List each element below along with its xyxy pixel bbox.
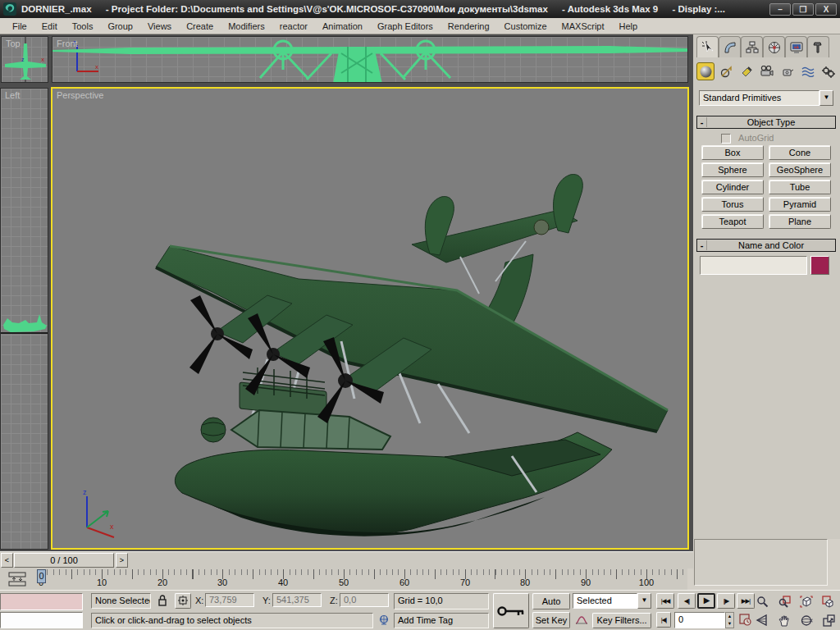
set-keys-button[interactable]	[493, 593, 529, 628]
menu-customize[interactable]: Customize	[497, 20, 555, 33]
timeline-current-frame-marker[interactable]: 0	[37, 569, 46, 583]
autogrid-checkbox[interactable]	[721, 134, 731, 144]
zoom-button[interactable]	[751, 592, 773, 610]
name-color-rollout-header[interactable]: - Name and Color	[696, 239, 836, 252]
x-coord-field[interactable]: 73,759	[205, 593, 254, 607]
box-button[interactable]: Box	[701, 145, 764, 160]
category-shapes[interactable]	[717, 62, 735, 80]
key-filter-selection-dropdown[interactable]: Selected ▼	[573, 593, 651, 609]
tube-button[interactable]: Tube	[769, 180, 831, 194]
category-cameras[interactable]	[758, 62, 776, 80]
maxscript-mini-listener[interactable]	[0, 612, 83, 628]
time-slider-handle[interactable]: 0 / 100	[14, 553, 114, 568]
z-coord-field[interactable]: 0,0	[340, 593, 389, 607]
spinner-up-icon[interactable]: ▲	[726, 613, 733, 620]
object-name-input[interactable]	[700, 256, 807, 275]
collapse-icon[interactable]: -	[697, 117, 707, 127]
command-panel: Standard Primitives ▼ - Object Type Auto…	[693, 34, 840, 539]
menu-graph-editors[interactable]: Graph Editors	[370, 20, 441, 33]
previous-frame-button[interactable]: ◀||	[678, 593, 696, 609]
plane-button[interactable]: Plane	[769, 214, 831, 229]
minimize-button[interactable]: –	[769, 3, 791, 16]
dornier-model[interactable]	[52, 89, 687, 548]
menu-maxscript[interactable]: MAXScript	[555, 20, 612, 33]
category-geometry[interactable]	[696, 62, 714, 80]
y-coord-field[interactable]: 541,375	[272, 593, 322, 607]
frame-spinner[interactable]: ▲ ▼	[725, 612, 734, 628]
menu-edit[interactable]: Edit	[34, 20, 65, 33]
default-in-out-tangents-button[interactable]	[574, 613, 589, 628]
menu-reactor[interactable]: reactor	[272, 20, 315, 33]
timeline-ruler[interactable]: 0 10 20 30 40 50 60 70 80 90 100 0	[31, 569, 687, 589]
tab-motion[interactable]	[763, 36, 785, 57]
lock-selection-button[interactable]	[154, 593, 170, 609]
tab-create[interactable]	[696, 36, 719, 57]
cone-button[interactable]: Cone	[769, 145, 831, 160]
pyramid-button[interactable]: Pyramid	[769, 197, 831, 212]
auto-key-button[interactable]: Auto Key	[532, 593, 570, 609]
arc-rotate-button[interactable]	[796, 611, 817, 629]
menu-rendering[interactable]: Rendering	[441, 20, 497, 33]
chevron-down-icon[interactable]: ▼	[819, 90, 833, 106]
field-of-view-button[interactable]	[751, 611, 773, 629]
category-helpers[interactable]	[778, 62, 797, 80]
category-lights[interactable]	[737, 62, 756, 80]
tab-modify[interactable]	[719, 36, 741, 57]
mini-curve-editor-icon[interactable]	[8, 571, 26, 587]
teapot-button[interactable]: Teapot	[701, 214, 764, 229]
viewport-front-label[interactable]: Front	[57, 39, 78, 48]
go-to-start-button[interactable]: |◀◀	[656, 593, 674, 609]
geosphere-button[interactable]: GeoSphere	[769, 162, 831, 177]
maxscript-mini-listener-macro[interactable]	[0, 593, 83, 610]
object-color-swatch[interactable]	[810, 256, 829, 275]
key-mode-toggle[interactable]: |◀|	[656, 612, 671, 628]
spinner-down-icon[interactable]: ▼	[726, 620, 733, 628]
tab-hierarchy[interactable]	[741, 36, 763, 57]
add-time-tag[interactable]: Add Time Tag	[394, 613, 489, 628]
time-slider-prev[interactable]: <	[1, 553, 13, 568]
cameras-icon	[760, 66, 774, 77]
tab-utilities[interactable]	[807, 36, 829, 57]
key-filters-button[interactable]: Key Filters...	[592, 613, 651, 628]
maximize-button[interactable]: ❐	[792, 3, 814, 16]
zoom-extents-button[interactable]	[796, 592, 817, 610]
menu-tools[interactable]: Tools	[65, 20, 101, 33]
cylinder-button[interactable]: Cylinder	[701, 180, 764, 194]
menu-animation[interactable]: Animation	[315, 20, 370, 33]
set-key-button[interactable]: Set Key	[532, 612, 570, 628]
chevron-down-icon[interactable]: ▼	[637, 593, 651, 609]
viewport-left-label[interactable]: Left	[5, 90, 20, 100]
time-slider-next[interactable]: >	[116, 553, 128, 568]
absolute-mode-toggle[interactable]	[175, 593, 191, 609]
sphere-button[interactable]: Sphere	[701, 162, 764, 177]
zoom-extents-all-button[interactable]	[818, 592, 839, 610]
viewport-top-label[interactable]: Top	[6, 39, 21, 48]
viewport-perspective-label[interactable]: Perspective	[57, 90, 103, 100]
menu-views[interactable]: Views	[140, 20, 179, 33]
min-max-toggle-button[interactable]	[818, 611, 839, 629]
communication-button[interactable]	[376, 613, 391, 628]
pan-button[interactable]	[774, 611, 795, 629]
menu-group[interactable]: Group	[100, 20, 140, 33]
viewport-left[interactable]: Left	[0, 88, 48, 550]
viewport-front[interactable]: Front z x	[52, 36, 688, 83]
menu-help[interactable]: Help	[612, 20, 646, 33]
close-button[interactable]: X	[815, 3, 837, 16]
category-spacewarps[interactable]	[799, 62, 817, 80]
category-systems[interactable]	[819, 62, 838, 80]
viewport-top[interactable]: Top z x	[1, 36, 48, 83]
collapse-icon[interactable]: -	[697, 240, 707, 250]
svg-text:x: x	[41, 56, 44, 63]
menu-modifiers[interactable]: Modifiers	[221, 20, 272, 33]
object-type-rollout-header[interactable]: - Object Type	[696, 116, 836, 129]
next-frame-button[interactable]: ||▶	[717, 593, 735, 609]
primitives-dropdown[interactable]: Standard Primitives ▼	[699, 90, 833, 106]
torus-button[interactable]: Torus	[701, 197, 764, 212]
menu-file[interactable]: File	[5, 20, 34, 33]
current-frame-field[interactable]: 0	[674, 612, 725, 628]
viewport-perspective[interactable]: Perspective	[51, 87, 689, 550]
play-button[interactable]: ▶	[697, 593, 715, 609]
zoom-all-button[interactable]	[774, 592, 795, 610]
tab-display[interactable]	[785, 36, 807, 57]
menu-create[interactable]: Create	[179, 20, 221, 33]
